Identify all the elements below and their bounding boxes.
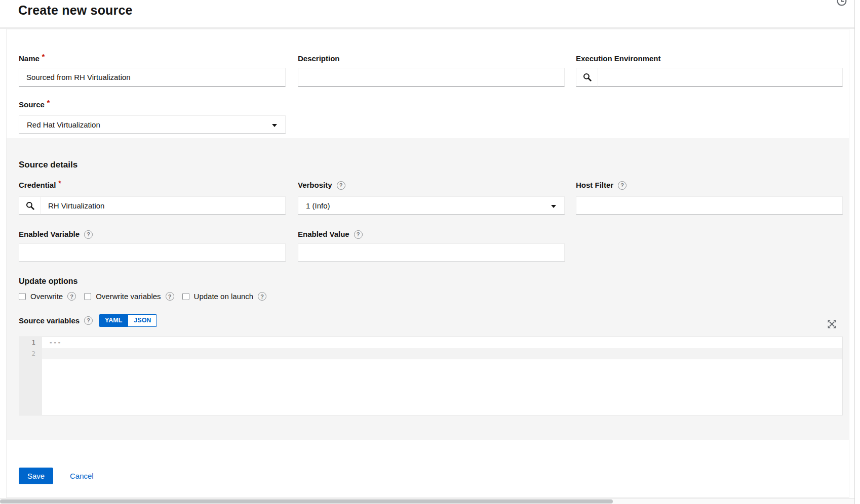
overwrite-checkbox[interactable] [19, 293, 26, 300]
name-label: Name* [19, 54, 45, 63]
form-card: Name* Description Execution Environment … [6, 29, 849, 498]
format-toggle: YAML JSON [99, 314, 157, 327]
caret-down-icon [551, 205, 556, 208]
credential-lookup [19, 196, 286, 215]
help-icon[interactable]: ? [258, 292, 266, 301]
editor-content[interactable]: --- [42, 337, 842, 359]
source-variables-row: Source variables ? YAML JSON [19, 314, 157, 327]
create-source-page: Create new source Name* Description Exec… [0, 0, 860, 504]
update-on-launch-checkbox[interactable] [182, 293, 189, 300]
update-options-heading: Update options [19, 277, 77, 286]
host-filter-input[interactable] [576, 196, 843, 215]
source-details-heading: Source details [19, 160, 77, 170]
host-filter-label: Host Filter ? [576, 181, 627, 190]
code-line[interactable] [42, 348, 842, 359]
source-variables-label: Source variables [19, 316, 80, 325]
enabled-value-input[interactable] [298, 243, 565, 262]
execution-environment-label: Execution Environment [576, 54, 661, 63]
search-icon [26, 201, 34, 210]
execution-environment-lookup [576, 68, 843, 87]
execution-environment-search-button[interactable] [576, 68, 598, 87]
required-asterisk: * [47, 100, 50, 106]
source-select[interactable]: Red Hat Virtualization [19, 115, 286, 134]
help-icon[interactable]: ? [84, 316, 93, 325]
credential-input[interactable] [41, 196, 286, 215]
code-line[interactable]: --- [42, 337, 842, 348]
overwrite-variables-option: Overwrite variables ? [84, 292, 174, 301]
expand-icon[interactable] [828, 320, 836, 328]
yaml-toggle-button[interactable]: YAML [99, 314, 128, 327]
required-asterisk: * [58, 181, 61, 186]
source-label: Source* [19, 100, 50, 109]
credential-search-button[interactable] [19, 196, 41, 215]
enabled-variable-input[interactable] [19, 243, 286, 262]
help-icon[interactable]: ? [84, 230, 93, 239]
required-asterisk: * [42, 54, 45, 60]
horizontal-scrollbar-thumb[interactable] [0, 499, 613, 503]
help-icon[interactable]: ? [337, 181, 345, 190]
line-number: 2 [19, 348, 42, 359]
help-icon[interactable]: ? [166, 292, 174, 301]
page-title: Create new source [18, 3, 133, 18]
save-button[interactable]: Save [19, 468, 53, 484]
help-icon[interactable]: ? [354, 230, 363, 239]
name-input[interactable] [19, 68, 286, 87]
cancel-button[interactable]: Cancel [70, 472, 94, 480]
source-variables-editor[interactable]: 1 2 --- [19, 337, 843, 415]
description-label: Description [298, 54, 340, 63]
execution-environment-input[interactable] [598, 68, 843, 87]
credential-label: Credential* [19, 181, 61, 190]
verbosity-select[interactable]: 1 (Info) [298, 196, 565, 215]
search-icon [583, 73, 592, 81]
overwrite-variables-checkbox[interactable] [84, 293, 91, 300]
horizontal-scrollbar[interactable] [0, 498, 854, 504]
overwrite-option: Overwrite ? [19, 292, 76, 301]
enabled-variable-label: Enabled Variable ? [19, 230, 93, 239]
vertical-scrollbar[interactable] [854, 0, 860, 504]
help-icon[interactable]: ? [67, 292, 76, 301]
caret-down-icon [272, 124, 277, 127]
verbosity-label: Verbosity ? [298, 181, 345, 190]
update-options-checkboxes: Overwrite ? Overwrite variables ? Update… [19, 292, 266, 301]
json-toggle-button[interactable]: JSON [128, 314, 157, 327]
enabled-value-label: Enabled Value ? [298, 230, 363, 239]
description-input[interactable] [298, 68, 565, 87]
editor-line-number-gutter: 1 2 [19, 337, 42, 415]
line-number: 1 [19, 337, 42, 348]
update-on-launch-option: Update on launch ? [182, 292, 267, 301]
history-icon[interactable] [836, 0, 848, 7]
help-icon[interactable]: ? [618, 181, 627, 190]
